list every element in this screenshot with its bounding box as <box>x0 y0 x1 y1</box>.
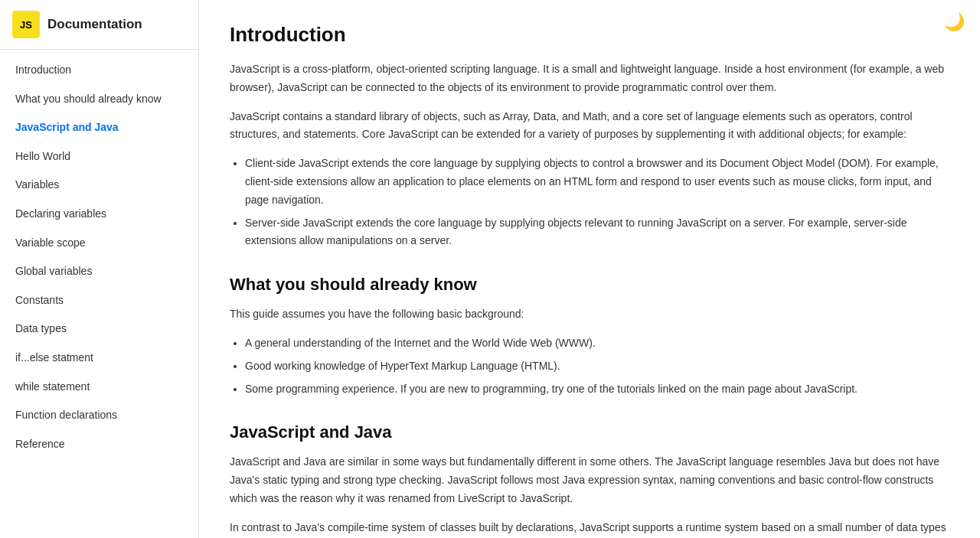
nav-link-hello-world[interactable]: Hello World <box>0 142 198 171</box>
sidebar-item-function-declarations: Function declarations <box>0 401 198 430</box>
nav-link-variables[interactable]: Variables <box>0 171 198 200</box>
section-introduction: IntroductionJavaScript is a cross-platfo… <box>230 23 949 250</box>
nav-link-while-statement[interactable]: while statement <box>0 373 198 402</box>
list-item: Good working knowledge of HyperText Mark… <box>245 357 949 376</box>
paragraph: JavaScript is a cross-platform, object-o… <box>230 60 949 97</box>
nav-link-function-declarations[interactable]: Function declarations <box>0 401 198 430</box>
paragraph: JavaScript contains a standard library o… <box>230 108 949 145</box>
nav-link-global-variables[interactable]: Global variables <box>0 257 198 286</box>
dark-mode-button[interactable]: 🌙 <box>944 12 965 32</box>
nav-link-data-types[interactable]: Data types <box>0 315 198 344</box>
nav-link-introduction[interactable]: Introduction <box>0 56 198 85</box>
site-title: Documentation <box>47 17 142 32</box>
section-javascript-and-java: JavaScript and JavaJavaScript and Java a… <box>230 422 949 538</box>
content-area: IntroductionJavaScript is a cross-platfo… <box>230 23 949 538</box>
nav-link-what-you-should-already-know[interactable]: What you should already know <box>0 85 198 114</box>
paragraph: JavaScript and Java are similar in some … <box>230 453 949 507</box>
nav-link-variable-scope[interactable]: Variable scope <box>0 229 198 258</box>
paragraph: In contrast to Java's compile-time syste… <box>230 519 949 538</box>
section-what-you-should-already-know: What you should already knowThis guide a… <box>230 275 949 398</box>
js-logo-icon: JS <box>12 11 40 38</box>
nav-link-if-else-statment[interactable]: if...else statment <box>0 344 198 373</box>
logo-area: JS Documentation <box>0 0 198 50</box>
nav-link-javascript-and-java[interactable]: JavaScript and Java <box>0 113 198 142</box>
nav-list: IntroductionWhat you should already know… <box>0 50 198 465</box>
heading-introduction: Introduction <box>230 23 949 47</box>
sidebar-item-hello-world: Hello World <box>0 142 198 171</box>
sidebar-item-javascript-and-java: JavaScript and Java <box>0 113 198 142</box>
nav-link-constants[interactable]: Constants <box>0 286 198 315</box>
sidebar-item-variable-scope: Variable scope <box>0 229 198 258</box>
sidebar-item-reference: Reference <box>0 430 198 459</box>
paragraph: This guide assumes you have the followin… <box>230 305 949 324</box>
sidebar-item-what-you-should-already-know: What you should already know <box>0 85 198 114</box>
sidebar-item-if-else-statment: if...else statment <box>0 344 198 373</box>
bullet-list-introduction: Client-side JavaScript extends the core … <box>245 155 949 250</box>
list-item: Client-side JavaScript extends the core … <box>245 155 949 209</box>
list-item: A general understanding of the Internet … <box>245 334 949 353</box>
list-item: Server-side JavaScript extends the core … <box>245 214 949 251</box>
sidebar-item-data-types: Data types <box>0 315 198 344</box>
sidebar-item-declaring-variables: Declaring variables <box>0 200 198 229</box>
sidebar: JS Documentation IntroductionWhat you sh… <box>0 0 199 538</box>
heading-javascript-and-java: JavaScript and Java <box>230 422 949 442</box>
nav-link-reference[interactable]: Reference <box>0 430 198 459</box>
list-item: Some programming experience. If you are … <box>245 380 949 399</box>
sidebar-item-introduction: Introduction <box>0 56 198 85</box>
main-content: 🌙 IntroductionJavaScript is a cross-plat… <box>199 0 980 538</box>
sidebar-item-while-statement: while statement <box>0 373 198 402</box>
sidebar-item-variables: Variables <box>0 171 198 200</box>
nav-link-declaring-variables[interactable]: Declaring variables <box>0 200 198 229</box>
sidebar-item-global-variables: Global variables <box>0 257 198 286</box>
sidebar-item-constants: Constants <box>0 286 198 315</box>
bullet-list-what-you-should-already-know: A general understanding of the Internet … <box>245 334 949 398</box>
heading-what-you-should-already-know: What you should already know <box>230 275 949 295</box>
